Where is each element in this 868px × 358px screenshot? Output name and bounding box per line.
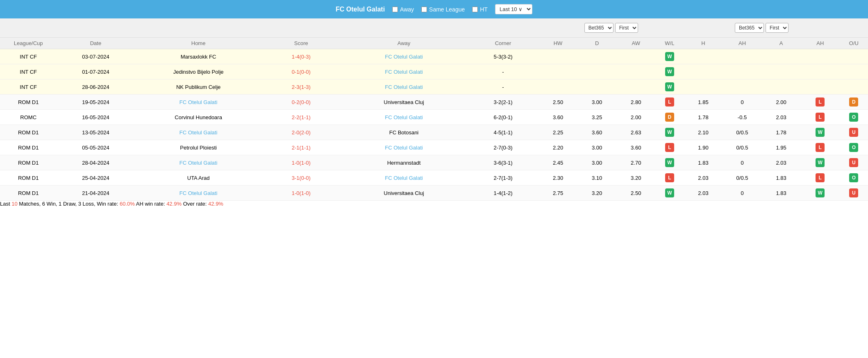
away-team-link[interactable]: FC Otelul Galati (385, 69, 423, 75)
cell-league: INT CF (0, 79, 57, 95)
first-select-1[interactable]: First (615, 23, 638, 33)
cell-ou: U (840, 125, 868, 140)
cell-date: 19-05-2024 (57, 95, 134, 110)
cell-home: Jedinstvo Bijelo Polje (135, 64, 262, 79)
home-team: Petrolul Ploiesti (180, 145, 217, 151)
table-body: INT CF 03-07-2024 Marsaxlokk FC 1-4(0-3)… (0, 49, 868, 201)
cell-aw: 2.50 (616, 186, 655, 201)
cell-wl: W (655, 125, 684, 140)
cell-ou (840, 49, 868, 64)
cell-h: 2.03 (684, 186, 723, 201)
badge-w: W (816, 188, 825, 197)
cell-home: Marsaxlokk FC (135, 49, 262, 64)
cell-away: FC Otelul Galati (340, 49, 468, 64)
header-bar: FC Otelul Galati Away Same League HT Las… (0, 0, 868, 18)
cell-league: ROM D1 (0, 140, 57, 155)
score-value: 0-2(0-0) (292, 99, 311, 105)
home-team-link[interactable]: FC Otelul Galati (180, 190, 217, 196)
cell-ou: U (840, 186, 868, 201)
cell-ou (840, 79, 868, 95)
th-d: D (577, 38, 616, 49)
th-league: League/Cup (0, 38, 57, 49)
ht-option: HT (472, 6, 488, 13)
badge-l: L (816, 113, 825, 122)
footer-prefix: Last (0, 201, 11, 207)
cell-score: 2-2(1-1) (262, 110, 340, 125)
ht-label: HT (480, 6, 488, 13)
cell-date: 13-05-2024 (57, 125, 134, 140)
cell-corner: 5-3(3-2) (468, 49, 539, 64)
cell-away: FC Otelul Galati (340, 64, 468, 79)
away-team-link[interactable]: FC Otelul Galati (385, 84, 423, 90)
cell-a: 1.95 (762, 140, 801, 155)
cell-score: 2-3(1-3) (262, 79, 340, 95)
cell-date: 05-05-2024 (57, 140, 134, 155)
away-team: FC Botosani (389, 129, 419, 136)
cell-away: FC Otelul Galati (340, 140, 468, 155)
badge-u: U (849, 128, 858, 137)
matches-table: Bet365 First Bet365 First (0, 18, 868, 207)
cell-wl: L (655, 140, 684, 155)
cell-d: 3.00 (577, 95, 616, 110)
bet-group-1-header: Bet365 First (539, 18, 684, 38)
table-row: ROM D1 05-05-2024 Petrolul Ploiesti 2-1(… (0, 140, 868, 155)
cell-date: 25-04-2024 (57, 170, 134, 186)
cell-league: INT CF (0, 49, 57, 64)
cell-hw (539, 64, 577, 79)
cell-h: 2.10 (684, 125, 723, 140)
cell-hw: 2.75 (539, 186, 577, 201)
cell-d: 3.25 (577, 110, 616, 125)
first-select-2[interactable]: First (766, 23, 788, 33)
cell-ah2 (801, 49, 840, 64)
cell-away: FC Otelul Galati (340, 79, 468, 95)
same-league-checkbox[interactable] (421, 7, 427, 12)
away-team-link[interactable]: FC Otelul Galati (385, 175, 423, 181)
away-checkbox[interactable] (392, 7, 398, 12)
home-team-link[interactable]: FC Otelul Galati (180, 99, 217, 105)
cell-h: 1.83 (684, 155, 723, 170)
away-team-link[interactable]: FC Otelul Galati (385, 145, 423, 151)
bet365-select-2[interactable]: Bet365 (735, 23, 764, 33)
cell-home: UTA Arad (135, 170, 262, 186)
cell-hw (539, 79, 577, 95)
cell-a: 1.78 (762, 125, 801, 140)
table-row: ROM D1 19-05-2024 FC Otelul Galati 0-2(0… (0, 95, 868, 110)
home-team-link[interactable]: FC Otelul Galati (180, 160, 217, 166)
cell-ah: 0/0.5 (723, 125, 762, 140)
ht-checkbox[interactable] (472, 7, 478, 12)
cell-score: 1-0(1-0) (262, 186, 340, 201)
cell-aw (616, 79, 655, 95)
cell-a (762, 79, 801, 95)
home-team-link[interactable]: FC Otelul Galati (180, 129, 217, 136)
away-team-link[interactable]: FC Otelul Galati (385, 114, 423, 120)
cell-h: 1.90 (684, 140, 723, 155)
cell-aw: 3.20 (616, 170, 655, 186)
cell-score: 2-0(2-0) (262, 125, 340, 140)
table-row: ROM D1 13-05-2024 FC Otelul Galati 2-0(2… (0, 125, 868, 140)
badge-u: U (849, 188, 858, 197)
cell-score: 1-0(1-0) (262, 155, 340, 170)
same-league-option: Same League (421, 6, 465, 13)
cell-home: FC Otelul Galati (135, 125, 262, 140)
bet365-select-1[interactable]: Bet365 (584, 23, 614, 33)
cell-home: FC Otelul Galati (135, 186, 262, 201)
home-team: UTA Arad (187, 175, 210, 181)
cell-d (577, 79, 616, 95)
cell-hw (539, 49, 577, 64)
th-away: Away (340, 38, 468, 49)
th-ou: O/U (840, 38, 868, 49)
cell-ou: D (840, 95, 868, 110)
away-team-link[interactable]: FC Otelul Galati (385, 54, 423, 60)
cell-home: Petrolul Ploiesti (135, 140, 262, 155)
dropdown-header-row: Bet365 First Bet365 First (0, 18, 868, 38)
cell-ah2: L (801, 140, 840, 155)
cell-hw: 2.30 (539, 170, 577, 186)
column-header-row: League/Cup Date Home Score Away Corner H… (0, 38, 868, 49)
badge-w: W (665, 67, 674, 76)
away-team: Hermannstadt (387, 160, 421, 166)
cell-league: ROM D1 (0, 125, 57, 140)
cell-aw (616, 49, 655, 64)
last-select[interactable]: Last 10 ∨ (495, 4, 532, 14)
bet-group-1-dropdowns: Bet365 First (540, 21, 682, 35)
home-team: Jedinstvo Bijelo Polje (173, 69, 224, 75)
